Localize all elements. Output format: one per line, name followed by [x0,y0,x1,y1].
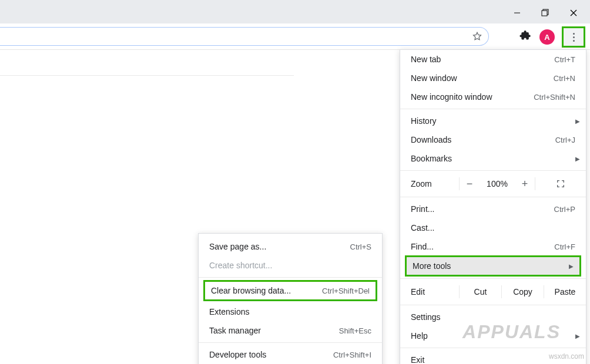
customize-menu-highlight [562,26,585,48]
menu-help[interactable]: Help ▶ [400,326,586,345]
edit-copy-button[interactable]: Copy [502,287,544,296]
menu-zoom-row: Zoom − 100% + [400,173,586,194]
menu-item-label: Downloads [411,135,555,144]
zoom-out-button[interactable]: − [460,178,480,190]
menu-item-label: New tab [411,55,554,64]
edit-paste-button[interactable]: Paste [544,287,586,296]
more-tools-highlight: More tools ▶ [405,255,581,277]
menu-item-shortcut: Shift+Esc [339,326,371,335]
menu-item-shortcut: Ctrl+N [554,74,575,83]
svg-rect-2 [542,11,547,16]
edit-cut-button[interactable]: Cut [460,287,501,296]
menu-item-label: Clear browsing data... [211,286,322,295]
menu-item-label: Cast... [411,223,575,232]
menu-cast[interactable]: Cast... [400,218,586,237]
menu-item-shortcut: Ctrl+J [555,136,575,144]
window-maximize-button[interactable] [534,5,557,21]
minimize-icon [514,9,521,16]
menu-item-label: History [411,116,575,126]
extensions-icon[interactable] [519,29,531,41]
menu-separator [400,278,586,279]
submenu-create-shortcut[interactable]: Create shortcut... [199,256,382,275]
menu-separator [400,170,586,171]
submenu-arrow-icon: ▶ [575,156,580,162]
bookmark-star-icon[interactable] [472,31,482,42]
menu-separator [199,277,382,278]
browser-main-menu: New tab Ctrl+T New window Ctrl+N New inc… [400,49,586,364]
menu-separator [199,342,382,343]
menu-history[interactable]: History ▶ [400,112,586,130]
menu-item-label: Extensions [209,307,371,316]
menu-item-label: Settings [411,312,575,322]
menu-find[interactable]: Find... Ctrl+F [400,237,586,256]
menu-item-shortcut: Ctrl+T [554,55,575,64]
address-bar[interactable] [0,27,489,46]
zoom-label: Zoom [400,179,459,188]
edit-label: Edit [400,287,459,296]
menu-separator [400,197,586,197]
submenu-extensions[interactable]: Extensions [199,302,382,321]
profile-avatar[interactable]: A [539,29,555,45]
menu-new-incognito[interactable]: New incognito window Ctrl+Shift+N [400,87,586,106]
close-icon [570,9,577,16]
menu-downloads[interactable]: Downloads Ctrl+J [400,130,586,149]
menu-separator [400,348,586,348]
menu-new-window[interactable]: New window Ctrl+N [400,69,586,87]
menu-item-label: Developer tools [209,350,333,359]
customize-menu-button[interactable] [566,30,581,44]
window-titlebar [0,0,590,23]
fullscreen-icon [556,179,565,188]
menu-item-label: Save page as... [209,242,350,251]
menu-item-label: Print... [411,204,554,214]
menu-item-shortcut: Ctrl+Shift+I [333,350,371,359]
menu-item-shortcut: Ctrl+F [554,242,575,251]
more-tools-submenu: Save page as... Ctrl+S Create shortcut..… [198,233,383,364]
submenu-developer-tools[interactable]: Developer tools Ctrl+Shift+I [199,345,382,364]
menu-item-shortcut: Ctrl+Shift+Del [322,287,370,295]
menu-settings[interactable]: Settings [400,308,586,326]
submenu-arrow-icon: ▶ [575,118,580,124]
menu-item-label: Bookmarks [411,154,575,163]
menu-print[interactable]: Print... Ctrl+P [400,200,586,218]
avatar-letter: A [544,33,549,42]
clear-browsing-data-highlight: Clear browsing data... Ctrl+Shift+Del [203,280,377,301]
menu-item-label: New window [411,73,554,83]
watermark-site: wsxdn.com [549,352,584,360]
menu-new-tab[interactable]: New tab Ctrl+T [400,50,586,69]
window-minimize-button[interactable] [505,5,529,21]
menu-separator [400,109,586,109]
zoom-value: 100% [480,179,515,188]
menu-more-tools[interactable]: More tools ▶ [407,257,579,275]
menu-item-label: Help [411,331,575,341]
submenu-task-manager[interactable]: Task manager Shift+Esc [199,321,382,340]
menu-item-shortcut: Ctrl+S [350,242,371,251]
menu-item-label: New incognito window [411,92,534,102]
menu-edit-row: Edit Cut Copy Paste [400,281,586,302]
menu-item-shortcut: Ctrl+Shift+N [534,93,575,102]
window-close-button[interactable] [562,5,585,21]
page-divider [0,75,294,76]
zoom-in-button[interactable]: + [515,178,535,190]
menu-item-label: Create shortcut... [209,261,371,270]
vertical-dots-icon [573,33,575,35]
submenu-clear-browsing-data[interactable]: Clear browsing data... Ctrl+Shift+Del [205,282,376,299]
submenu-arrow-icon: ▶ [575,333,580,339]
browser-toolbar: A [0,23,590,50]
menu-item-label: Find... [411,242,554,251]
menu-item-shortcut: Ctrl+P [554,205,575,214]
menu-bookmarks[interactable]: Bookmarks ▶ [400,149,586,168]
menu-item-label: Task manager [209,326,339,335]
submenu-arrow-icon: ▶ [569,263,574,269]
menu-separator [400,305,586,305]
maximize-icon [541,9,549,17]
submenu-save-page[interactable]: Save page as... Ctrl+S [199,237,382,256]
fullscreen-button[interactable] [535,179,586,188]
menu-item-label: More tools [413,261,574,271]
